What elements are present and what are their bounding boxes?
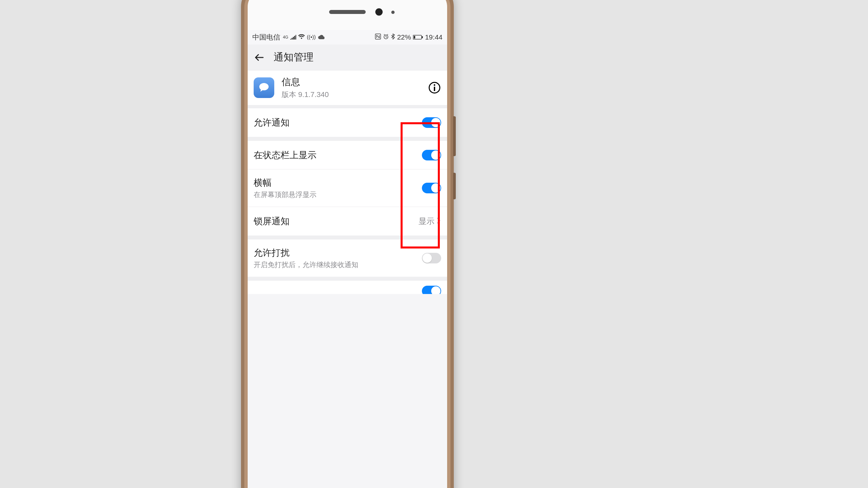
- row-lockscreen[interactable]: 锁屏通知 显示: [248, 207, 447, 235]
- app-name: 信息: [282, 76, 428, 88]
- group-separator: [248, 235, 447, 239]
- chevron-right-icon: [436, 217, 441, 226]
- back-button[interactable]: [251, 49, 268, 66]
- network-badge: 4G: [283, 35, 288, 39]
- row-allow-notifications[interactable]: 允许通知: [248, 108, 447, 137]
- group-separator: [248, 137, 447, 141]
- toggle-partial[interactable]: [422, 286, 441, 294]
- row-banner[interactable]: 横幅 在屏幕顶部悬浮显示: [248, 169, 447, 207]
- cloud-icon: [318, 33, 324, 41]
- phone-bezel: 中国电信 4G ((•)): [248, 0, 447, 488]
- row-sublabel: 开启免打扰后，允许继续接收通知: [254, 260, 422, 269]
- row-statusbar-display[interactable]: 在状态栏上显示: [248, 141, 447, 169]
- group-allow: 允许通知: [248, 108, 447, 137]
- row-partial-next[interactable]: [248, 281, 447, 294]
- power-button: [453, 173, 456, 199]
- volume-button: [453, 116, 456, 156]
- title-bar: 通知管理: [248, 44, 447, 70]
- row-label: 锁屏通知: [254, 215, 418, 227]
- battery-percent: 22%: [397, 33, 411, 41]
- bluetooth-icon: [391, 33, 395, 41]
- group-separator: [248, 277, 447, 281]
- app-labels: 信息 版本 9.1.7.340: [282, 76, 428, 100]
- screen: 中国电信 4G ((•)): [248, 30, 447, 488]
- app-version: 版本 9.1.7.340: [282, 90, 428, 100]
- battery-icon: [413, 33, 423, 41]
- info-button[interactable]: [428, 81, 441, 94]
- toggle-statusbar-display[interactable]: [422, 150, 441, 160]
- row-allow-disturb[interactable]: 允许打扰 开启免打扰后，允许继续接收通知: [248, 239, 447, 277]
- app-header-row[interactable]: 信息 版本 9.1.7.340: [248, 70, 447, 108]
- signal-icon: [290, 33, 296, 41]
- toggle-banner[interactable]: [422, 183, 441, 193]
- earpiece: [329, 10, 366, 14]
- row-label: 在状态栏上显示: [254, 149, 422, 161]
- alarm-icon: [383, 33, 389, 41]
- row-sublabel: 在屏幕顶部悬浮显示: [254, 190, 422, 199]
- toggle-allow-notifications[interactable]: [422, 117, 441, 128]
- status-bar: 中国电信 4G ((•)): [248, 30, 447, 44]
- group-display: 在状态栏上显示 横幅 在屏幕顶部悬浮显示 锁屏通知: [248, 141, 447, 235]
- front-camera: [375, 8, 383, 15]
- wifi-icon: [298, 33, 305, 41]
- carrier-label: 中国电信: [252, 33, 280, 42]
- svg-rect-7: [434, 87, 435, 91]
- row-label: 允许打扰: [254, 247, 422, 259]
- hotspot-icon: ((•)): [307, 34, 316, 40]
- group-disturb: 允许打扰 开启免打扰后，允许继续接收通知: [248, 239, 447, 277]
- status-left: 中国电信 4G ((•)): [252, 33, 324, 42]
- status-right: 22% 19:44: [375, 33, 442, 41]
- row-label: 允许通知: [254, 117, 422, 129]
- svg-rect-3: [413, 36, 415, 38]
- app-icon: [254, 77, 274, 98]
- toggle-allow-disturb[interactable]: [422, 253, 441, 263]
- svg-rect-4: [422, 36, 423, 38]
- sensor: [391, 11, 395, 14]
- row-label: 横幅: [254, 177, 422, 189]
- svg-point-6: [434, 85, 435, 86]
- phone-frame: 中国电信 4G ((•)): [241, 0, 454, 488]
- page-title: 通知管理: [274, 51, 313, 64]
- row-value: 显示: [418, 216, 434, 227]
- nfc-icon: [375, 33, 381, 41]
- content: 信息 版本 9.1.7.340 允许通知: [248, 70, 447, 294]
- clock-label: 19:44: [425, 33, 442, 41]
